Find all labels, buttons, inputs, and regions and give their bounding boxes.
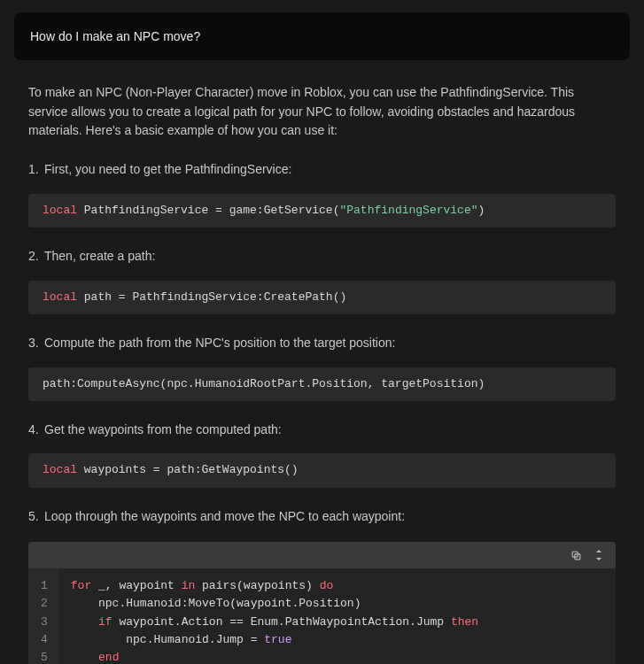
- line-gutter: 1234567: [28, 568, 58, 664]
- assistant-message: To make an NPC (Non-Player Character) mo…: [0, 60, 644, 664]
- expand-icon[interactable]: [594, 550, 603, 560]
- step-item: Get the waypoints from the computed path…: [44, 421, 616, 488]
- step-text: First, you need to get the PathfindingSe…: [44, 162, 291, 176]
- step-text: Then, create a path:: [44, 249, 155, 263]
- steps-list: First, you need to get the PathfindingSe…: [28, 160, 616, 664]
- code-block: path:ComputeAsync(npc.HumanoidRootPart.P…: [28, 367, 616, 401]
- code-block: local PathfindingService = game:GetServi…: [28, 194, 616, 228]
- user-message: How do I make an NPC move?: [14, 12, 630, 60]
- copy-icon[interactable]: [570, 550, 582, 561]
- line-number: 2: [41, 595, 48, 613]
- line-number: 3: [41, 614, 48, 631]
- line-number: 1: [41, 577, 48, 595]
- intro-paragraph: To make an NPC (Non-Player Character) mo…: [28, 83, 616, 141]
- code-block: local path = PathfindingService:CreatePa…: [28, 281, 616, 314]
- code-block-full: 1234567for _, waypoint in pairs(waypoint…: [28, 542, 616, 664]
- code-toolbar: [28, 542, 616, 568]
- user-question: How do I make an NPC move?: [30, 29, 200, 43]
- step-text: Loop through the waypoints and move the …: [44, 509, 405, 523]
- step-text: Compute the path from the NPC's position…: [44, 336, 395, 350]
- code-lines: for _, waypoint in pairs(waypoints) do n…: [58, 568, 491, 664]
- step-item: First, you need to get the PathfindingSe…: [44, 160, 616, 228]
- step-text: Get the waypoints from the computed path…: [44, 422, 282, 436]
- code-body: 1234567for _, waypoint in pairs(waypoint…: [28, 568, 616, 664]
- step-item: Loop through the waypoints and move the …: [44, 507, 616, 664]
- code-block: local waypoints = path:GetWaypoints(): [28, 453, 616, 487]
- step-item: Compute the path from the NPC's position…: [44, 334, 616, 401]
- line-number: 4: [41, 631, 48, 649]
- line-number: 5: [41, 649, 48, 664]
- step-item: Then, create a path:local path = Pathfin…: [44, 247, 616, 314]
